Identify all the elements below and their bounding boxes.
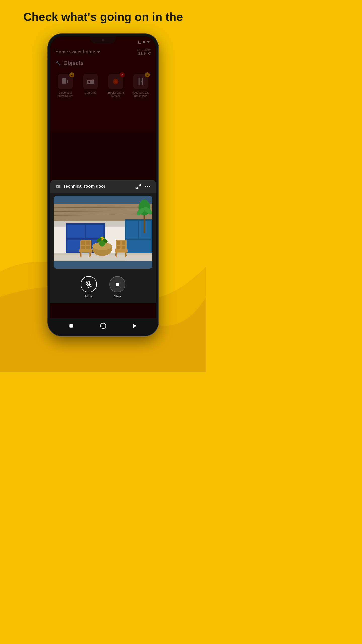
objects-section: 🔧 Objects	[50, 57, 156, 69]
stop-button[interactable]	[109, 276, 125, 292]
popup-title-area: Technical room door	[55, 184, 105, 189]
status-triangle-icon	[147, 41, 150, 43]
mute-control[interactable]: Mute	[81, 276, 97, 298]
burglar-alarm-badge: 2	[120, 72, 125, 77]
camera-popup: Technical room door ···	[50, 180, 156, 303]
home-title[interactable]: Home sweet home	[55, 49, 100, 55]
home-name-text: Home sweet home	[55, 49, 95, 55]
objects-icon: 🔧	[55, 60, 61, 66]
svg-rect-71	[116, 283, 119, 286]
popup-camera-icon	[55, 184, 61, 189]
svg-rect-0	[62, 78, 66, 84]
video-door-label: Video door entry system	[55, 91, 75, 98]
popup-title: Technical room door	[63, 184, 105, 189]
status-square-icon	[138, 41, 141, 44]
phone-mockup: Home sweet home EXT. TEMP 21,9 °C 🔧 Obje…	[48, 34, 158, 336]
svg-rect-29	[126, 221, 138, 239]
stop-control[interactable]: Stop	[109, 276, 125, 298]
popup-header: Technical room door ···	[50, 180, 156, 193]
cameras-label: Cameras	[85, 91, 96, 94]
mute-icon	[85, 281, 92, 288]
camera-scene-svg	[54, 196, 152, 269]
nav-back-button[interactable]	[65, 319, 77, 332]
access-door-icon	[137, 77, 145, 86]
svg-rect-21	[86, 225, 104, 238]
temp-value: 21,9 °C	[137, 51, 151, 55]
status-icons	[138, 41, 150, 44]
stop-label: Stop	[114, 294, 121, 298]
status-circle-icon	[143, 41, 145, 43]
svg-rect-20	[67, 225, 85, 238]
temperature-section: EXT. TEMP 21,9 °C	[137, 49, 151, 55]
expand-icon[interactable]	[135, 183, 141, 189]
svg-rect-43	[81, 246, 85, 249]
nav-bar	[50, 318, 156, 333]
front-camera	[102, 39, 104, 41]
nav-triangle-icon	[133, 323, 137, 328]
mute-label: Mute	[85, 294, 93, 298]
objects-label: Objects	[63, 60, 84, 66]
video-door-icon	[61, 77, 69, 86]
cameras-icon-box	[83, 74, 98, 89]
stop-icon	[114, 281, 120, 287]
svg-point-2	[88, 81, 90, 83]
svg-point-73	[100, 323, 106, 329]
alarm-icon	[112, 77, 120, 86]
camera-controls: Mute Stop	[50, 271, 156, 303]
svg-rect-54	[122, 246, 125, 249]
svg-rect-52	[122, 242, 125, 245]
grid-item-burglar-alarm[interactable]: 2 Burglar alarm system	[106, 74, 126, 98]
chevron-down-icon	[97, 51, 100, 53]
video-door-icon-box: 3	[58, 74, 73, 89]
svg-rect-1	[67, 80, 68, 83]
svg-point-7	[141, 81, 142, 82]
temp-label: EXT. TEMP	[137, 49, 151, 51]
grid-item-video-door[interactable]: 3 Video door entry system	[55, 74, 75, 98]
burglar-alarm-label: Burglar alarm system	[106, 91, 126, 98]
notch	[90, 36, 116, 44]
objects-grid: 3 Video door entry system Cameras	[50, 69, 156, 100]
svg-marker-74	[133, 324, 137, 328]
nav-recents-button[interactable]	[129, 319, 141, 332]
grid-item-accesses[interactable]: 3 Accesses and presences	[131, 74, 151, 98]
svg-rect-41	[81, 242, 85, 245]
accesses-badge: 3	[145, 72, 150, 77]
svg-rect-53	[117, 246, 120, 249]
accesses-icon-box: 3	[133, 74, 148, 89]
accesses-label: Accesses and presences	[131, 91, 151, 98]
svg-rect-44	[86, 246, 90, 249]
nav-home-button[interactable]	[97, 319, 109, 332]
nav-circle-icon	[100, 323, 106, 329]
svg-rect-72	[70, 324, 73, 328]
nav-square-icon	[69, 323, 74, 328]
grid-item-cameras[interactable]: Cameras	[80, 74, 101, 98]
page-title: Check what's going on in the	[8, 0, 198, 31]
camera-feed	[54, 196, 152, 269]
svg-point-4	[114, 80, 117, 83]
video-door-badge: 3	[69, 72, 74, 77]
mute-button[interactable]	[81, 276, 97, 292]
svg-rect-26	[66, 223, 105, 225]
svg-rect-51	[117, 242, 120, 245]
camera-icon	[86, 77, 95, 86]
more-options-icon[interactable]: ···	[145, 183, 151, 190]
svg-point-8	[57, 186, 58, 187]
svg-rect-42	[86, 242, 90, 245]
phone-screen: Home sweet home EXT. TEMP 21,9 °C 🔧 Obje…	[50, 36, 156, 333]
burglar-alarm-icon-box: 2	[108, 74, 123, 89]
popup-actions[interactable]: ···	[135, 183, 151, 190]
app-header: Home sweet home EXT. TEMP 21,9 °C	[50, 47, 156, 57]
